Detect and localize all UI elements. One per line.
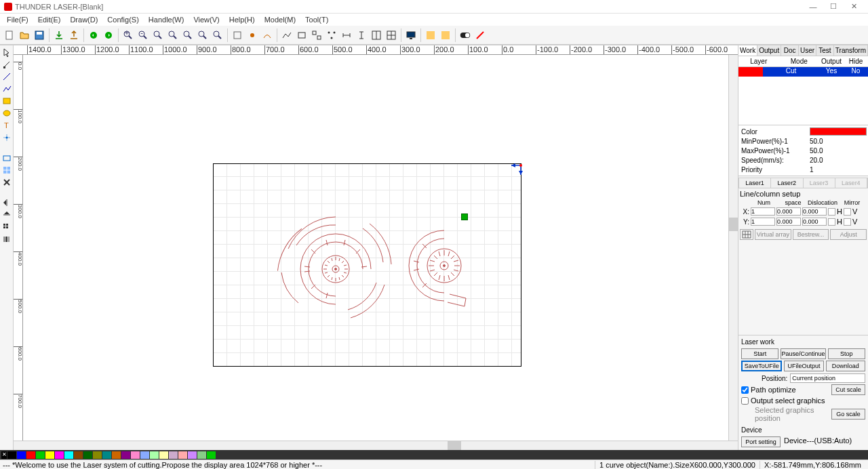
- canvas[interactable]: [23, 55, 728, 441]
- delete-tool[interactable]: [1, 177, 12, 188]
- color-purple[interactable]: [121, 451, 130, 459]
- tab-user[interactable]: User: [799, 45, 816, 56]
- text-tool[interactable]: T: [1, 120, 12, 131]
- polyline-icon[interactable]: [280, 28, 294, 42]
- hmeasure-icon[interactable]: [340, 28, 353, 42]
- snap-icon[interactable]: [245, 28, 259, 42]
- menu-tool[interactable]: Tool(T): [301, 16, 332, 24]
- zoom-out-button[interactable]: -: [136, 28, 150, 42]
- grid-icon[interactable]: [231, 28, 244, 42]
- mirror-v-tool[interactable]: [1, 209, 12, 220]
- color-salmon[interactable]: [178, 451, 187, 459]
- menu-config[interactable]: Config(S): [103, 16, 142, 24]
- scrollbar-horizontal[interactable]: [14, 441, 738, 450]
- mirror-h-tool[interactable]: [1, 197, 12, 208]
- menu-model[interactable]: Model(M): [260, 16, 300, 24]
- line-tool[interactable]: [1, 71, 12, 82]
- zoom-window-button[interactable]: [151, 28, 165, 42]
- minimize-button[interactable]: —: [803, 3, 823, 11]
- ellipse-tool[interactable]: [1, 108, 12, 119]
- color-ltblue[interactable]: [140, 451, 149, 459]
- laser-toggle-icon[interactable]: [458, 28, 472, 42]
- menu-handle[interactable]: Handle(W): [144, 16, 189, 24]
- process2-icon[interactable]: [439, 28, 452, 42]
- menu-view[interactable]: View(V): [189, 16, 223, 24]
- color-black[interactable]: [7, 451, 16, 459]
- layout-icon[interactable]: [370, 28, 383, 42]
- layer-row-1[interactable]: Cut Yes No: [738, 67, 868, 77]
- color-red[interactable]: [26, 451, 35, 459]
- vmeasure-icon[interactable]: [355, 28, 368, 42]
- table-icon[interactable]: [384, 28, 398, 42]
- color-dkgreen[interactable]: [83, 451, 92, 459]
- cutscale-button[interactable]: Cut scale: [831, 384, 865, 395]
- tab-test[interactable]: Test: [816, 45, 834, 56]
- color-sage[interactable]: [197, 451, 206, 459]
- barcode-tool[interactable]: [1, 234, 12, 245]
- color-olive[interactable]: [93, 451, 102, 459]
- pause-button[interactable]: Pause/Continue: [781, 348, 825, 359]
- polyline-tool[interactable]: [1, 83, 12, 94]
- tab-doc[interactable]: Doc: [781, 45, 799, 56]
- zoom-sel-button[interactable]: [181, 28, 195, 42]
- tab-output[interactable]: Output: [757, 45, 781, 56]
- undo-button[interactable]: [87, 28, 100, 42]
- array-x-disloc[interactable]: [802, 207, 827, 216]
- close-button[interactable]: ✕: [844, 2, 864, 11]
- array-y-space[interactable]: [776, 218, 801, 226]
- zoom-all-button[interactable]: [166, 28, 180, 42]
- color-lime[interactable]: [207, 451, 216, 459]
- pointer-icon[interactable]: [473, 28, 487, 42]
- rect-tool[interactable]: [1, 96, 12, 106]
- zoom-page-button[interactable]: [196, 28, 210, 42]
- import-button[interactable]: [52, 28, 66, 42]
- open-button[interactable]: [18, 28, 31, 42]
- new-button[interactable]: [3, 28, 16, 42]
- menu-file[interactable]: File(F): [3, 16, 33, 24]
- array-x-num[interactable]: [751, 207, 775, 216]
- redo-button[interactable]: [102, 28, 115, 42]
- goscale-button[interactable]: Go scale: [831, 409, 865, 420]
- mirror-h-check[interactable]: [828, 208, 835, 216]
- color-lavender[interactable]: [169, 451, 178, 459]
- maxpower-value[interactable]: 50.0: [810, 147, 867, 155]
- mirror-h-check-y[interactable]: [828, 218, 835, 226]
- array-x-space[interactable]: [776, 207, 801, 216]
- point-tool[interactable]: [1, 132, 12, 143]
- rect-icon[interactable]: [295, 28, 309, 42]
- position-select[interactable]: Current position: [790, 373, 865, 383]
- menu-help[interactable]: Help(H): [225, 16, 259, 24]
- laser1-tab[interactable]: Laser1: [739, 178, 771, 188]
- color-teal[interactable]: [102, 451, 111, 459]
- color-ltyellow[interactable]: [159, 451, 168, 459]
- device-select[interactable]: Device---(USB:Auto): [783, 436, 865, 447]
- pathopt-check[interactable]: [741, 386, 749, 394]
- menu-draw[interactable]: Draw(D): [66, 16, 102, 24]
- mirror-v-check[interactable]: [844, 208, 851, 216]
- ufileoutput-button[interactable]: UFileOutput: [784, 361, 823, 371]
- array-y-disloc[interactable]: [802, 218, 827, 226]
- curve-icon[interactable]: [260, 28, 274, 42]
- laser2-tab[interactable]: Laser2: [771, 178, 803, 188]
- export-button[interactable]: [67, 28, 81, 42]
- save-button[interactable]: [33, 28, 46, 42]
- color-cyan[interactable]: [64, 451, 73, 459]
- stop-button[interactable]: Stop: [828, 348, 865, 359]
- tab-transform[interactable]: Transform: [834, 45, 868, 56]
- virtual-array-button[interactable]: Virtual array: [755, 229, 791, 240]
- scrollbar-vertical[interactable]: [728, 55, 738, 441]
- color-green[interactable]: [36, 451, 45, 459]
- array-tool[interactable]: [1, 222, 12, 232]
- maximize-button[interactable]: ☐: [823, 2, 844, 11]
- outsel-check[interactable]: [741, 397, 749, 405]
- array-grid-button[interactable]: [740, 229, 753, 240]
- array-y-num[interactable]: [751, 218, 775, 226]
- color-ltgreen[interactable]: [150, 451, 159, 459]
- layer-mode[interactable]: Cut: [763, 67, 819, 77]
- zoom-extent-button[interactable]: [211, 28, 224, 42]
- nodes-icon[interactable]: [325, 28, 338, 42]
- color-value[interactable]: [810, 127, 867, 136]
- node-tool[interactable]: [1, 59, 12, 70]
- mirror-v-check-y[interactable]: [844, 218, 851, 226]
- tab-work[interactable]: Work: [738, 45, 757, 56]
